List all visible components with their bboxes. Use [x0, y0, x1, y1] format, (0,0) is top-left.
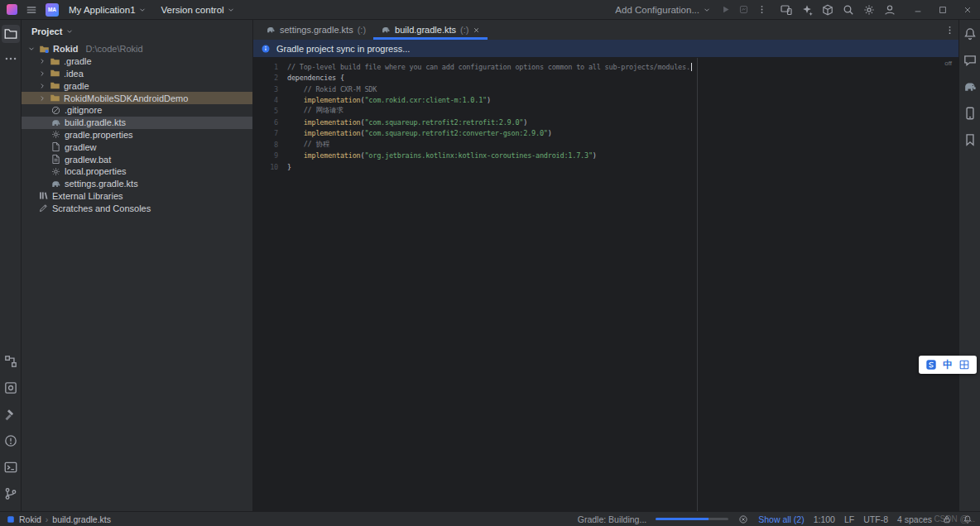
- tree-item-label: External Libraries: [52, 191, 123, 201]
- sdk-manager-button[interactable]: [819, 1, 837, 19]
- minimize-button[interactable]: [906, 0, 930, 20]
- services-button[interactable]: [2, 379, 20, 397]
- close-button[interactable]: [955, 0, 980, 20]
- line-number[interactable]: 10: [253, 163, 278, 171]
- search-everywhere-button[interactable]: [839, 1, 858, 19]
- tree-item-gitignore[interactable]: .gitignore: [22, 104, 252, 117]
- terminal-icon: [3, 460, 18, 475]
- folder-icon: [50, 80, 60, 91]
- tree-item-settings-gradle-kts[interactable]: settings.gradle.kts: [22, 178, 252, 190]
- notifications-button[interactable]: [961, 25, 979, 43]
- ai-assistant-button[interactable]: [798, 1, 816, 19]
- tree-item-gradle-properties[interactable]: gradle.properties: [22, 129, 252, 141]
- code-line: 9 implementation("org.jetbrains.kotlinx:…: [253, 151, 958, 161]
- device-manager-button[interactable]: [777, 1, 795, 19]
- code-editor[interactable]: off 1// Top-level build file where you c…: [253, 58, 958, 511]
- sogou-input-icon[interactable]: [925, 359, 937, 371]
- terminal-button[interactable]: [2, 458, 20, 476]
- maximize-button[interactable]: [930, 0, 955, 20]
- tree-item-local-properties[interactable]: local.properties: [22, 165, 252, 178]
- code-text: implementation("com.rokid.cxr:client-m:1…: [287, 96, 491, 104]
- tree-item-build-gradle-kts[interactable]: build.gradle.kts: [22, 117, 252, 129]
- tree-item-scratches-and-consoles[interactable]: Scratches and Consoles: [22, 202, 252, 214]
- tree-item-gradle[interactable]: .gradle: [22, 55, 252, 68]
- main-menu-button[interactable]: [22, 1, 41, 19]
- properties-icon: [50, 166, 61, 177]
- gradle-file-icon: [50, 117, 61, 128]
- file-icon: [50, 141, 61, 152]
- more-tool-windows-button[interactable]: [2, 50, 20, 68]
- ide-window: MA My Application1 Version control Add C…: [0, 0, 980, 526]
- titlebar-left: MA My Application1 Version control: [7, 1, 240, 19]
- version-control-button[interactable]: [2, 485, 20, 503]
- tree-item-label: .idea: [64, 69, 84, 79]
- settings-button[interactable]: [860, 1, 878, 19]
- device-explorer-button[interactable]: [961, 104, 979, 122]
- breadcrumb-file[interactable]: build.gradle.kts: [52, 514, 111, 524]
- ime-language-indicator[interactable]: 中: [943, 360, 953, 370]
- project-tool-button[interactable]: [2, 25, 20, 43]
- version-control-label: Version control: [161, 5, 224, 15]
- line-number[interactable]: 9: [253, 151, 278, 160]
- project-icon: [3, 26, 18, 41]
- project-name-menu[interactable]: My Application1: [64, 2, 151, 17]
- line-number[interactable]: 2: [253, 74, 278, 82]
- tree-item-gradlew-bat[interactable]: gradlew.bat: [22, 153, 252, 165]
- ime-fullwidth-icon[interactable]: [958, 359, 970, 371]
- show-all-link[interactable]: Show all (2): [758, 514, 804, 524]
- breadcrumb-project[interactable]: Rokid: [19, 514, 41, 524]
- right-tool-strip: [958, 20, 980, 511]
- more-run-actions-button[interactable]: [752, 1, 771, 19]
- project-folder-icon: [39, 44, 50, 55]
- profiler-button[interactable]: [734, 1, 752, 19]
- notifications-status-button[interactable]: [962, 514, 973, 525]
- problems-button[interactable]: [2, 432, 20, 450]
- file-encoding[interactable]: UTF-8: [863, 514, 888, 524]
- chevron-down-icon: [227, 6, 235, 14]
- tab-options-button[interactable]: [940, 21, 958, 39]
- bookmarks-button[interactable]: [961, 131, 979, 149]
- run-configuration-label: Add Configuration...: [615, 5, 699, 15]
- tab-settings-gradle-kts[interactable]: settings.gradle.kts(:): [258, 20, 373, 40]
- structure-button[interactable]: [2, 352, 20, 371]
- line-number[interactable]: 7: [253, 129, 278, 137]
- project-panel-header[interactable]: Project: [22, 20, 252, 41]
- run-button[interactable]: [716, 1, 734, 19]
- line-number[interactable]: 1: [253, 63, 278, 71]
- tree-item-external-libraries[interactable]: External Libraries: [22, 190, 252, 203]
- titlebar-tools: [777, 1, 899, 19]
- code-text: dependencies {: [287, 74, 344, 82]
- tree-item-rokid[interactable]: RokidD:\code\Rokid: [22, 43, 252, 55]
- sync-banner: Gradle project sync in progress...: [253, 40, 958, 58]
- line-number[interactable]: 3: [253, 85, 278, 93]
- breadcrumb[interactable]: Rokid › build.gradle.kts: [7, 514, 111, 524]
- chevron-down-icon: [703, 6, 711, 14]
- tree-item-rokidmobilesdkandroiddemo[interactable]: RokidMobileSDKAndroidDemo: [22, 92, 252, 104]
- cancel-build-button[interactable]: [737, 514, 749, 525]
- text-file-icon: [50, 154, 61, 165]
- code-line: 10}: [253, 161, 958, 172]
- caret-position[interactable]: 1:100: [814, 514, 835, 524]
- indent-style[interactable]: 4 spaces: [897, 514, 932, 524]
- tree-item-gradlew[interactable]: gradlew: [22, 141, 252, 153]
- close-tab-icon[interactable]: [473, 26, 480, 34]
- line-number[interactable]: 4: [253, 96, 278, 104]
- code-line: 3 // Rokid CXR-M SDK: [253, 84, 958, 94]
- tree-item-label: .gradle: [64, 56, 92, 66]
- line-number[interactable]: 6: [253, 118, 278, 127]
- readonly-toggle[interactable]: [941, 514, 953, 525]
- gradle-panel-button[interactable]: [961, 78, 979, 96]
- chevron-right-icon: [38, 69, 46, 78]
- version-control-menu[interactable]: Version control: [156, 2, 240, 17]
- account-button[interactable]: [881, 1, 899, 19]
- tree-item-idea[interactable]: .idea: [22, 68, 252, 80]
- run-configuration-select[interactable]: Add Configuration...: [610, 2, 716, 17]
- line-number[interactable]: 8: [253, 141, 278, 149]
- ai-assistant-panel-button[interactable]: [961, 51, 979, 69]
- build-button[interactable]: [2, 405, 20, 423]
- line-separator[interactable]: LF: [844, 514, 854, 524]
- tree-item-gradle[interactable]: gradle: [22, 79, 252, 92]
- tab-build-gradle-kts[interactable]: build.gradle.kts(:): [373, 20, 488, 40]
- code-line: 2dependencies {: [253, 72, 958, 83]
- line-number[interactable]: 5: [253, 107, 278, 115]
